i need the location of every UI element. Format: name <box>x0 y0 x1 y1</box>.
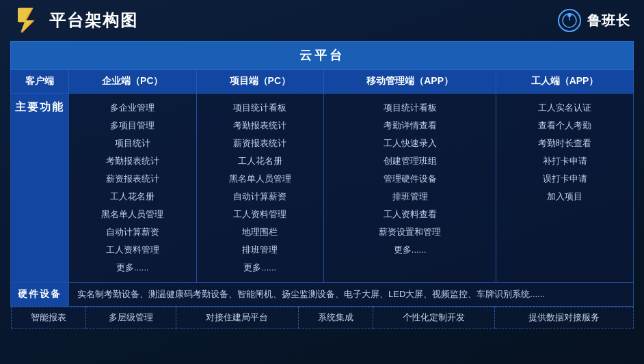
bottom-feature-cell: 对接住建局平台 <box>176 307 298 328</box>
logo-icon <box>14 7 41 34</box>
main-function-label: 主要功能 <box>11 94 69 283</box>
bottom-features-table: 智能报表多层级管理对接住建局平台系统集成个性化定制开发提供数据对接服务 <box>11 307 634 328</box>
col-enterprise: 企业端（PC） <box>69 70 197 94</box>
enterprise-feature-item: 工人资料管理 <box>72 241 193 259</box>
project-feature-item: 自动计算薪资 <box>200 188 321 206</box>
mobile-mgmt-features: 项目统计看板考勤详情查看工人快速录入创建管理班组管理硬件设备排班管理工人资料查看… <box>324 94 496 283</box>
enterprise-features: 多企业管理多项目管理项目统计考勤报表统计薪资报表统计工人花名册黑名单人员管理自动… <box>69 94 197 283</box>
bottom-features-row: 智能报表多层级管理对接住建局平台系统集成个性化定制开发提供数据对接服务 <box>11 307 634 329</box>
mobile-feature-item: 排班管理 <box>327 188 492 206</box>
cloud-platform-label: 云平台 <box>11 42 634 70</box>
cloud-platform-row: 云平台 <box>11 42 634 70</box>
worker-feature-item: 工人实名认证 <box>500 99 630 117</box>
brand-icon <box>557 8 582 33</box>
mobile-feature-item: 更多...... <box>327 241 492 259</box>
enterprise-feature-item: 考勤报表统计 <box>72 152 193 170</box>
mobile-feature-item: 创建管理班组 <box>327 152 492 170</box>
enterprise-feature-item: 自动计算薪资 <box>72 223 193 241</box>
enterprise-feature-item: 多项目管理 <box>72 117 193 135</box>
enterprise-feature-item: 项目统计 <box>72 135 193 152</box>
svg-point-4 <box>567 13 572 17</box>
mobile-feature-item: 管理硬件设备 <box>327 170 492 188</box>
worker-feature-item: 加入项目 <box>500 188 630 206</box>
project-feature-item: 工人花名册 <box>200 152 321 170</box>
project-feature-item: 地理围栏 <box>200 223 321 241</box>
mobile-feature-item: 考勤详情查看 <box>327 117 492 135</box>
col-mobile-mgmt: 移动管理端（APP） <box>324 70 496 94</box>
col-project: 项目端（PC） <box>196 70 324 94</box>
main-function-row: 主要功能 多企业管理多项目管理项目统计考勤报表统计薪资报表统计工人花名册黑名单人… <box>11 94 634 283</box>
project-feature-item: 薪资报表统计 <box>200 135 321 152</box>
enterprise-feature-item: 更多...... <box>72 259 193 277</box>
project-feature-item: 工人资料管理 <box>200 206 321 223</box>
hardware-row: 硬件设备 实名制考勤设备、测温健康码考勤设备、智能闸机、扬尘监测设备、电子大屏、… <box>11 283 634 307</box>
brand-name: 鲁班长 <box>587 12 630 30</box>
enterprise-feature-item: 黑名单人员管理 <box>72 206 193 223</box>
column-headers-row: 客户端 企业端（PC） 项目端（PC） 移动管理端（APP） 工人端（APP） <box>11 70 634 94</box>
bottom-feature-cell: 个性化定制开发 <box>373 307 495 328</box>
mobile-feature-item: 工人资料查看 <box>327 206 492 223</box>
bottom-feature-cell: 系统集成 <box>298 307 373 328</box>
main-container: 平台架构图 鲁班长 云平台 客户端 企业端（PC） 项目端（PC） 移动管理端（… <box>0 0 644 364</box>
header-left: 平台架构图 <box>14 7 138 34</box>
worker-feature-item: 补打卡申请 <box>500 152 630 170</box>
project-feature-item: 项目统计看板 <box>200 99 321 117</box>
col-client: 客户端 <box>11 70 69 94</box>
mobile-feature-item: 薪资设置和管理 <box>327 223 492 241</box>
bottom-feature-cell: 多层级管理 <box>85 307 176 328</box>
worker-feature-item: 误打卡申请 <box>500 170 630 188</box>
hardware-content: 实名制考勤设备、测温健康码考勤设备、智能闸机、扬尘监测设备、电子大屏、LED大屏… <box>69 283 634 307</box>
enterprise-feature-item: 多企业管理 <box>72 99 193 117</box>
mobile-feature-item: 工人快速录入 <box>327 135 492 152</box>
mobile-feature-item: 项目统计看板 <box>327 99 492 117</box>
worker-feature-item: 考勤时长查看 <box>500 135 630 152</box>
hardware-label: 硬件设备 <box>11 283 69 307</box>
project-features: 项目统计看板考勤报表统计薪资报表统计工人花名册黑名单人员管理自动计算薪资工人资料… <box>196 94 324 283</box>
enterprise-feature-item: 工人花名册 <box>72 188 193 206</box>
bottom-feature-cell: 提供数据对接服务 <box>495 307 633 328</box>
worker-features: 工人实名认证查看个人考勤考勤时长查看补打卡申请误打卡申请加入项目 <box>496 94 634 283</box>
project-feature-item: 黑名单人员管理 <box>200 170 321 188</box>
project-feature-item: 更多...... <box>200 259 321 277</box>
arch-table: 云平台 客户端 企业端（PC） 项目端（PC） 移动管理端（APP） 工人端（A… <box>10 41 634 328</box>
worker-feature-item: 查看个人考勤 <box>500 117 630 135</box>
page-title: 平台架构图 <box>49 10 138 31</box>
bottom-feature-cell: 智能报表 <box>11 307 85 328</box>
project-feature-item: 考勤报表统计 <box>200 117 321 135</box>
project-feature-item: 排班管理 <box>200 241 321 259</box>
col-worker: 工人端（APP） <box>496 70 634 94</box>
header: 平台架构图 鲁班长 <box>10 7 634 34</box>
bottom-features-cells: 智能报表多层级管理对接住建局平台系统集成个性化定制开发提供数据对接服务 <box>11 307 633 328</box>
bottom-features-container: 智能报表多层级管理对接住建局平台系统集成个性化定制开发提供数据对接服务 <box>11 307 634 329</box>
brand-logo: 鲁班长 <box>557 8 630 33</box>
enterprise-feature-item: 薪资报表统计 <box>72 170 193 188</box>
